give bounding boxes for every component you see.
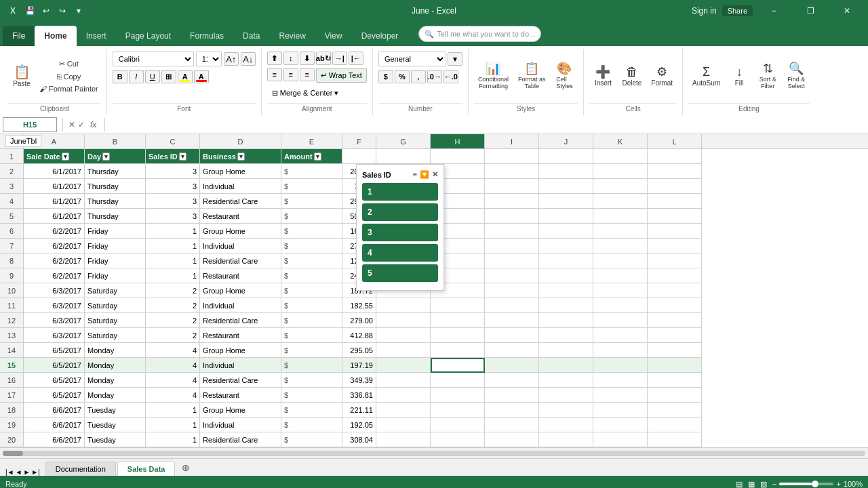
cell-g-17[interactable] [376,388,431,403]
undo-button[interactable]: ↩ [39,4,53,18]
header-business[interactable]: Business ▾ [200,149,281,164]
row-num-15[interactable]: 15 [0,358,24,373]
tab-formulas[interactable]: Formulas [180,26,233,46]
cell-dollar-16[interactable]: $ [281,373,342,388]
cell-h-16[interactable] [431,373,485,388]
cell-date-15[interactable]: 6/5/2017 [24,358,85,373]
cell-j-18[interactable] [539,403,593,418]
cell-date-8[interactable]: 6/2/2017 [24,253,85,268]
cell-business-4[interactable]: Residential Care [200,194,281,209]
cell-i-12[interactable] [485,313,539,328]
cell-amount-12[interactable]: 279.00 [342,313,376,328]
cell-business-13[interactable]: Restaurant [200,328,281,343]
row-num-11[interactable]: 11 [0,298,24,313]
autosum-button[interactable]: Σ AutoSum [688,63,724,89]
cell-l-3[interactable] [648,179,702,194]
header-sale-date[interactable]: Sale Date ▾ [24,149,85,164]
cell-day-5[interactable]: Thursday [85,209,146,224]
fx-button[interactable]: fx [87,120,99,129]
cell-day-10[interactable]: Saturday [85,283,146,298]
cell-dollar-4[interactable]: $ [281,194,342,209]
cell-l-7[interactable] [648,239,702,253]
cell-dollar-15[interactable]: $ [281,358,342,373]
cell-l-18[interactable] [648,403,702,418]
increase-indent-button[interactable]: →| [332,52,347,65]
cell-date-2[interactable]: 6/1/2017 [24,164,85,179]
cell-day-3[interactable]: Thursday [85,179,146,194]
align-center-button[interactable]: ≡ [283,68,298,81]
cell-dollar-17[interactable]: $ [281,388,342,403]
conditional-formatting-button[interactable]: 📊 ConditionalFormatting [474,60,513,92]
cell-day-14[interactable]: Monday [85,343,146,358]
horizontal-scrollbar[interactable] [0,447,868,458]
cell-date-3[interactable]: 6/1/2017 [24,179,85,194]
sales-id-3-button[interactable]: 3 [362,224,438,241]
cell-k-10[interactable] [593,283,648,298]
cell-business-8[interactable]: Residential Care [200,253,281,268]
increase-font-button[interactable]: A↑ [224,52,239,66]
cell-k-15[interactable] [593,358,648,373]
cell-h1[interactable] [431,149,485,164]
minimize-button[interactable]: − [758,0,789,22]
insert-button[interactable]: ➕ Insert [589,63,616,89]
cell-j-11[interactable] [539,298,593,313]
cell-dollar-8[interactable]: $ [281,253,342,268]
amount-filter-icon[interactable]: ▾ [314,152,321,161]
dollar-button[interactable]: $ [378,70,393,83]
row-num-12[interactable]: 12 [0,313,24,328]
cell-l-17[interactable] [648,388,702,403]
row-num-5[interactable]: 5 [0,209,24,224]
cell-amount-19[interactable]: 192.05 [342,418,376,432]
cell-l-19[interactable] [648,418,702,432]
redo-button[interactable]: ↪ [56,4,69,18]
cell-date-6[interactable]: 6/2/2017 [24,224,85,239]
tab-developer[interactable]: Developer [352,26,408,46]
header-amount[interactable]: Amount ▾ [281,149,342,164]
customize-qat-button[interactable]: ▾ [72,4,85,18]
col-header-k[interactable]: K [593,134,648,148]
col-header-j[interactable]: J [539,134,593,148]
sales-id-4-button[interactable]: 4 [362,244,438,262]
cell-j-5[interactable] [539,209,593,224]
row-num-16[interactable]: 16 [0,373,24,388]
cell-dollar-18[interactable]: $ [281,403,342,418]
cell-day-6[interactable]: Friday [85,224,146,239]
col-header-l[interactable]: L [648,134,702,148]
cell-j-14[interactable] [539,343,593,358]
restore-button[interactable]: ❐ [795,0,826,22]
row-num-1[interactable]: 1 [0,149,24,164]
row-num-7[interactable]: 7 [0,239,24,253]
row-num-13[interactable]: 13 [0,328,24,343]
cell-name-box[interactable]: H15 [3,117,57,132]
cell-id-9[interactable]: 1 [146,268,200,283]
cell-styles-button[interactable]: 🎨 CellStyles [551,60,578,92]
cell-business-20[interactable]: Residential Care [200,432,281,447]
cell-amount-18[interactable]: 221.11 [342,403,376,418]
cell-l-8[interactable] [648,253,702,268]
cell-g1[interactable] [376,149,431,164]
sale-date-filter-icon[interactable]: ▾ [62,152,69,161]
cell-dollar-7[interactable]: $ [281,239,342,253]
cell-k1[interactable] [593,149,648,164]
row-num-14[interactable]: 14 [0,343,24,358]
cell-h-18[interactable] [431,403,485,418]
cell-l-13[interactable] [648,328,702,343]
col-header-h[interactable]: H [431,134,485,148]
row-num-4[interactable]: 4 [0,194,24,209]
cell-amount-11[interactable]: 182.55 [342,298,376,313]
cell-id-18[interactable]: 1 [146,403,200,418]
cell-k-14[interactable] [593,343,648,358]
cell-h-15[interactable] [431,358,485,373]
cell-dollar-6[interactable]: $ [281,224,342,239]
find-select-button[interactable]: 🔍 Find &Select [783,60,810,92]
cell-day-2[interactable]: Thursday [85,164,146,179]
cell-date-4[interactable]: 6/1/2017 [24,194,85,209]
cell-g-13[interactable] [376,328,431,343]
font-size-select[interactable]: 11 [196,52,222,66]
orientation-button[interactable]: ab↻ [316,52,331,65]
zoom-in-button[interactable]: + [836,480,840,488]
cell-i-20[interactable] [485,432,539,447]
cell-i-5[interactable] [485,209,539,224]
col-header-d[interactable]: D [200,134,281,148]
cell-date-5[interactable]: 6/1/2017 [24,209,85,224]
